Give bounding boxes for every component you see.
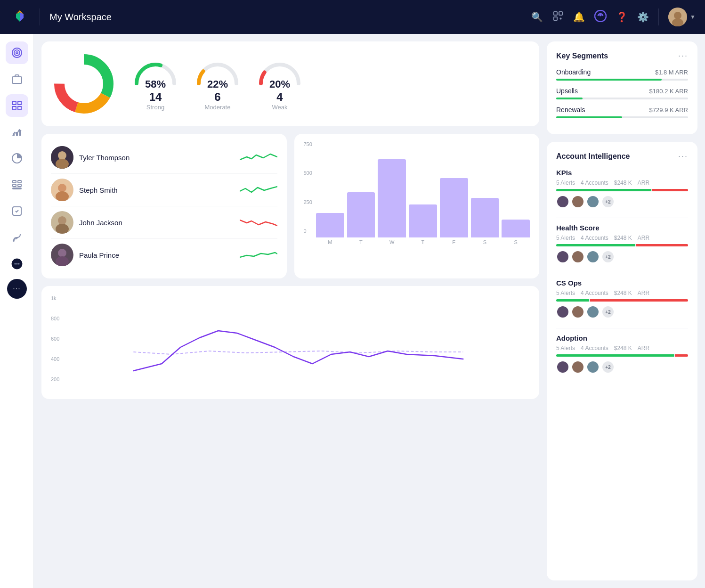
ai-menu-button[interactable]: ··· xyxy=(678,151,688,161)
bar-item: M xyxy=(316,141,344,245)
line-chart-svg xyxy=(67,295,530,390)
ai-avatar-more: +2 xyxy=(601,305,615,318)
ai-avatar xyxy=(556,360,569,374)
svg-point-28 xyxy=(14,263,16,265)
sidebar-item-chat[interactable] xyxy=(6,253,28,275)
sidebar-item-bag[interactable] xyxy=(6,68,28,90)
y-label: 800 xyxy=(51,316,59,321)
ai-avatar xyxy=(571,305,584,318)
bar-item: F xyxy=(440,141,468,245)
ai-avatar-more: +2 xyxy=(601,360,615,374)
person-name: John Jackson xyxy=(79,219,234,227)
gauge-weak: 20% 4 Weak xyxy=(256,57,303,111)
accounts-count: 4 Accounts xyxy=(581,345,608,351)
list-item[interactable]: John Jackson xyxy=(51,206,277,239)
y-label: 400 xyxy=(51,356,59,362)
strong-label: Strong xyxy=(145,104,166,111)
left-column: 58% 14 Strong 22% 6 xyxy=(41,41,539,580)
svg-rect-11 xyxy=(12,77,22,83)
sidebar-item-more[interactable]: ··· xyxy=(7,279,27,299)
arr-value: $248 K xyxy=(614,235,632,241)
integrations-icon[interactable] xyxy=(552,10,564,24)
ai-avatar-more: +2 xyxy=(601,250,615,263)
y-label: 600 xyxy=(51,336,59,342)
arr-value: $248 K xyxy=(614,345,632,351)
arr-label: ARR xyxy=(638,290,649,296)
sidebar-item-pie[interactable] xyxy=(6,147,28,170)
bar xyxy=(347,192,375,237)
svg-rect-23 xyxy=(18,184,21,187)
ai-avatar xyxy=(586,360,600,374)
bell-icon[interactable]: 🔔 xyxy=(573,11,585,23)
ai-meta: 5 Alerts 4 Accounts $248 K ARR xyxy=(556,290,688,296)
ai-avatars: +2 xyxy=(556,360,688,374)
person-name: Tyler Thompson xyxy=(79,154,234,162)
svg-point-29 xyxy=(16,263,17,265)
ai-avatar xyxy=(556,250,569,263)
list-item[interactable]: Tyler Thompson xyxy=(51,141,277,174)
svg-point-4 xyxy=(600,14,602,16)
user-dropdown-arrow: ▼ xyxy=(690,14,696,20)
ai-avatars: +2 xyxy=(556,195,688,208)
ai-section-health: Health Score 5 Alerts 4 Accounts $248 K … xyxy=(556,224,688,263)
card-header: Key Segments ··· xyxy=(556,51,688,61)
settings-icon[interactable]: ⚙️ xyxy=(637,11,649,23)
search-icon[interactable]: 🔍 xyxy=(531,11,543,23)
moderate-count: 6 xyxy=(205,90,231,104)
svg-point-39 xyxy=(56,191,69,201)
svg-rect-12 xyxy=(13,101,16,105)
sidebar-item-target[interactable] xyxy=(6,41,28,64)
brand-icon[interactable] xyxy=(594,10,607,24)
header: My Workspace 🔍 🔔 ❓ ⚙️ xyxy=(0,0,705,34)
svg-point-41 xyxy=(58,216,66,225)
segment-item: Upsells $180.2 K ARR xyxy=(556,87,688,99)
user-avatar-container[interactable]: ▼ xyxy=(668,8,696,26)
ai-meta: 5 Alerts 4 Accounts $248 K ARR xyxy=(556,180,688,186)
sidebar-item-lightning[interactable] xyxy=(6,173,28,196)
svg-rect-24 xyxy=(13,188,21,189)
sidebar-item-check[interactable] xyxy=(6,200,28,222)
header-divider xyxy=(40,8,40,25)
help-icon[interactable]: ❓ xyxy=(616,11,628,23)
list-item[interactable]: Steph Smith xyxy=(51,174,277,206)
sidebar-item-signal[interactable] xyxy=(6,226,28,249)
middle-row: Tyler Thompson xyxy=(41,134,539,278)
ai-meta: 5 Alerts 4 Accounts $248 K ARR xyxy=(556,235,688,241)
main-layout: ··· xyxy=(0,34,705,588)
people-card: Tyler Thompson xyxy=(41,134,287,278)
strong-count: 14 xyxy=(145,90,166,104)
sidebar-item-chart[interactable] xyxy=(6,121,28,143)
y-label: 250 xyxy=(304,199,312,205)
svg-rect-1 xyxy=(559,12,562,15)
alerts-count: 5 Alerts xyxy=(556,180,575,186)
list-item[interactable]: Paula Prince xyxy=(51,239,277,271)
sparkline-icon xyxy=(240,248,277,262)
bar-day-label: S xyxy=(514,239,517,245)
svg-point-9 xyxy=(14,50,20,56)
ai-avatar xyxy=(556,195,569,208)
card-menu-button[interactable]: ··· xyxy=(678,51,688,61)
segment-name: Upsells xyxy=(556,87,578,95)
sidebar-item-grid[interactable] xyxy=(6,94,28,117)
accounts-count: 4 Accounts xyxy=(581,180,608,186)
segment-item: Onboarding $1.8 M ARR xyxy=(556,68,688,81)
svg-point-35 xyxy=(58,151,66,160)
sparkline-icon xyxy=(240,183,277,197)
bar-day-label: T xyxy=(359,239,363,245)
ai-title: Account Intelligence xyxy=(556,152,630,161)
sidebar: ··· xyxy=(0,34,34,588)
ai-section-title: Adoption xyxy=(556,334,688,342)
arr-value: $248 K xyxy=(614,290,632,296)
ai-avatars: +2 xyxy=(556,250,688,263)
svg-rect-0 xyxy=(554,12,557,15)
ai-section-title: KPIs xyxy=(556,169,688,177)
line-chart-card: 1k 800 600 400 200 xyxy=(41,286,539,399)
bar-item: S xyxy=(502,141,530,245)
arr-label: ARR xyxy=(638,235,649,241)
metrics-card: 58% 14 Strong 22% 6 xyxy=(41,41,539,126)
ai-card-header: Account Intelligence ··· xyxy=(556,151,688,161)
accounts-count: 4 Accounts xyxy=(581,235,608,241)
svg-rect-17 xyxy=(16,132,18,136)
svg-rect-15 xyxy=(18,106,21,110)
bar-item: W xyxy=(378,141,406,245)
